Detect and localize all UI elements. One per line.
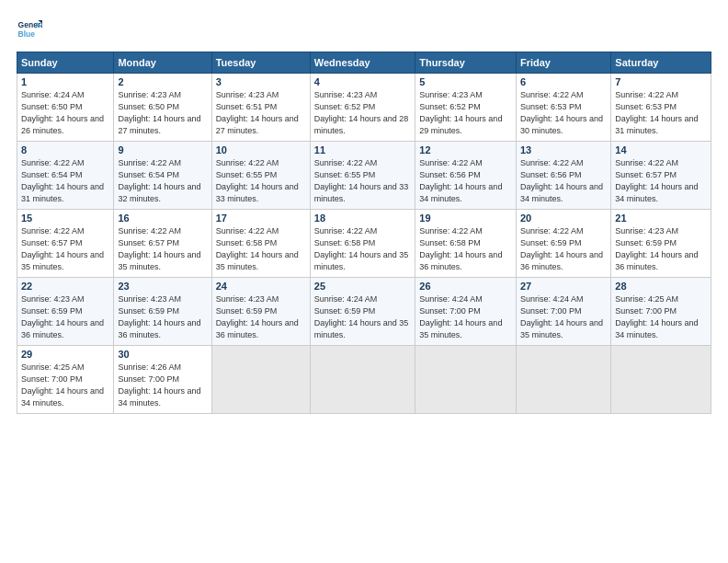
logo-icon: General Blue	[17, 17, 42, 42]
header: General Blue	[17, 17, 711, 42]
table-row: 13Sunrise: 4:22 AMSunset: 6:56 PMDayligh…	[516, 142, 610, 210]
table-row: 5Sunrise: 4:23 AMSunset: 6:52 PMDaylight…	[415, 74, 517, 142]
day-number: 8	[21, 144, 109, 155]
table-row: 22Sunrise: 4:23 AMSunset: 6:59 PMDayligh…	[17, 278, 114, 346]
day-number: 3	[216, 76, 306, 87]
day-info: Sunrise: 4:22 AMSunset: 6:56 PMDaylight:…	[419, 158, 502, 203]
day-number: 19	[419, 213, 512, 224]
day-info: Sunrise: 4:22 AMSunset: 6:57 PMDaylight:…	[615, 158, 698, 203]
table-row: 30Sunrise: 4:26 AMSunset: 7:00 PMDayligh…	[114, 346, 211, 414]
calendar-header-row: Sunday Monday Tuesday Wednesday Thursday…	[17, 52, 711, 74]
day-info: Sunrise: 4:23 AMSunset: 6:52 PMDaylight:…	[314, 90, 409, 135]
day-number: 9	[118, 144, 207, 155]
day-number: 2	[118, 76, 207, 87]
table-row: 25Sunrise: 4:24 AMSunset: 6:59 PMDayligh…	[310, 278, 415, 346]
day-number: 26	[419, 281, 512, 292]
day-info: Sunrise: 4:23 AMSunset: 6:59 PMDaylight:…	[615, 226, 698, 271]
col-wednesday: Wednesday	[310, 52, 415, 74]
day-info: Sunrise: 4:25 AMSunset: 7:00 PMDaylight:…	[615, 294, 698, 339]
day-info: Sunrise: 4:22 AMSunset: 6:53 PMDaylight:…	[520, 90, 603, 135]
day-info: Sunrise: 4:25 AMSunset: 7:00 PMDaylight:…	[21, 362, 104, 408]
day-info: Sunrise: 4:26 AMSunset: 7:00 PMDaylight:…	[118, 362, 200, 408]
day-info: Sunrise: 4:23 AMSunset: 6:59 PMDaylight:…	[21, 294, 104, 339]
calendar-table: Sunday Monday Tuesday Wednesday Thursday…	[17, 52, 711, 414]
table-row: 24Sunrise: 4:23 AMSunset: 6:59 PMDayligh…	[211, 278, 310, 346]
day-number: 5	[419, 76, 512, 87]
day-number: 16	[118, 213, 207, 224]
col-friday: Friday	[516, 52, 610, 74]
day-info: Sunrise: 4:23 AMSunset: 6:59 PMDaylight:…	[118, 294, 200, 339]
table-row: 18Sunrise: 4:22 AMSunset: 6:58 PMDayligh…	[310, 210, 415, 278]
col-saturday: Saturday	[611, 52, 711, 74]
col-sunday: Sunday	[17, 52, 114, 74]
col-thursday: Thursday	[415, 52, 517, 74]
day-info: Sunrise: 4:23 AMSunset: 6:50 PMDaylight:…	[118, 90, 200, 135]
table-row: 8Sunrise: 4:22 AMSunset: 6:54 PMDaylight…	[17, 142, 114, 210]
day-number: 28	[615, 281, 707, 292]
day-info: Sunrise: 4:22 AMSunset: 6:54 PMDaylight:…	[21, 158, 104, 203]
table-row: 27Sunrise: 4:24 AMSunset: 7:00 PMDayligh…	[516, 278, 610, 346]
day-number: 23	[118, 281, 207, 292]
table-row: 2Sunrise: 4:23 AMSunset: 6:50 PMDaylight…	[114, 74, 211, 142]
day-info: Sunrise: 4:22 AMSunset: 6:55 PMDaylight:…	[314, 158, 409, 203]
table-row: 10Sunrise: 4:22 AMSunset: 6:55 PMDayligh…	[211, 142, 310, 210]
day-number: 4	[314, 76, 412, 87]
table-row: 11Sunrise: 4:22 AMSunset: 6:55 PMDayligh…	[310, 142, 415, 210]
logo: General Blue	[17, 17, 42, 42]
col-tuesday: Tuesday	[211, 52, 310, 74]
calendar-body: 1Sunrise: 4:24 AMSunset: 6:50 PMDaylight…	[17, 74, 711, 414]
day-info: Sunrise: 4:24 AMSunset: 6:50 PMDaylight:…	[21, 90, 104, 135]
day-info: Sunrise: 4:22 AMSunset: 6:58 PMDaylight:…	[314, 226, 409, 271]
table-row: 23Sunrise: 4:23 AMSunset: 6:59 PMDayligh…	[114, 278, 211, 346]
day-number: 20	[520, 213, 607, 224]
day-info: Sunrise: 4:22 AMSunset: 6:57 PMDaylight:…	[118, 226, 200, 271]
svg-text:Blue: Blue	[18, 29, 36, 39]
day-info: Sunrise: 4:22 AMSunset: 6:58 PMDaylight:…	[216, 226, 299, 271]
table-row	[310, 346, 415, 414]
day-number: 12	[419, 144, 512, 155]
day-number: 10	[216, 144, 306, 155]
day-info: Sunrise: 4:24 AMSunset: 7:00 PMDaylight:…	[520, 294, 603, 339]
table-row: 7Sunrise: 4:22 AMSunset: 6:53 PMDaylight…	[611, 74, 711, 142]
table-row: 3Sunrise: 4:23 AMSunset: 6:51 PMDaylight…	[211, 74, 310, 142]
day-number: 7	[615, 76, 707, 87]
calendar-week-row: 1Sunrise: 4:24 AMSunset: 6:50 PMDaylight…	[17, 74, 711, 142]
table-row: 14Sunrise: 4:22 AMSunset: 6:57 PMDayligh…	[611, 142, 711, 210]
table-row: 15Sunrise: 4:22 AMSunset: 6:57 PMDayligh…	[17, 210, 114, 278]
table-row	[415, 346, 517, 414]
day-number: 25	[314, 281, 412, 292]
calendar-week-row: 29Sunrise: 4:25 AMSunset: 7:00 PMDayligh…	[17, 346, 711, 414]
day-info: Sunrise: 4:24 AMSunset: 6:59 PMDaylight:…	[314, 294, 409, 339]
day-info: Sunrise: 4:22 AMSunset: 6:58 PMDaylight:…	[419, 226, 502, 271]
table-row: 20Sunrise: 4:22 AMSunset: 6:59 PMDayligh…	[516, 210, 610, 278]
day-number: 1	[21, 76, 109, 87]
day-number: 13	[520, 144, 607, 155]
table-row	[611, 346, 711, 414]
day-number: 18	[314, 213, 412, 224]
day-info: Sunrise: 4:24 AMSunset: 7:00 PMDaylight:…	[419, 294, 502, 339]
table-row: 12Sunrise: 4:22 AMSunset: 6:56 PMDayligh…	[415, 142, 517, 210]
day-info: Sunrise: 4:23 AMSunset: 6:52 PMDaylight:…	[419, 90, 502, 135]
calendar-page: General Blue Sunday Monday Tuesday Wedne…	[0, 0, 728, 563]
day-number: 14	[615, 144, 707, 155]
table-row: 4Sunrise: 4:23 AMSunset: 6:52 PMDaylight…	[310, 74, 415, 142]
calendar-week-row: 8Sunrise: 4:22 AMSunset: 6:54 PMDaylight…	[17, 142, 711, 210]
table-row: 26Sunrise: 4:24 AMSunset: 7:00 PMDayligh…	[415, 278, 517, 346]
day-number: 15	[21, 213, 109, 224]
day-number: 21	[615, 213, 707, 224]
day-number: 22	[21, 281, 109, 292]
table-row: 1Sunrise: 4:24 AMSunset: 6:50 PMDaylight…	[17, 74, 114, 142]
day-number: 27	[520, 281, 607, 292]
calendar-week-row: 22Sunrise: 4:23 AMSunset: 6:59 PMDayligh…	[17, 278, 711, 346]
day-info: Sunrise: 4:22 AMSunset: 6:59 PMDaylight:…	[520, 226, 603, 271]
table-row	[516, 346, 610, 414]
day-info: Sunrise: 4:22 AMSunset: 6:55 PMDaylight:…	[216, 158, 299, 203]
day-info: Sunrise: 4:23 AMSunset: 6:51 PMDaylight:…	[216, 90, 299, 135]
table-row: 29Sunrise: 4:25 AMSunset: 7:00 PMDayligh…	[17, 346, 114, 414]
table-row: 28Sunrise: 4:25 AMSunset: 7:00 PMDayligh…	[611, 278, 711, 346]
day-number: 24	[216, 281, 306, 292]
table-row: 19Sunrise: 4:22 AMSunset: 6:58 PMDayligh…	[415, 210, 517, 278]
day-number: 30	[118, 349, 207, 360]
day-number: 29	[21, 349, 109, 360]
day-number: 11	[314, 144, 412, 155]
